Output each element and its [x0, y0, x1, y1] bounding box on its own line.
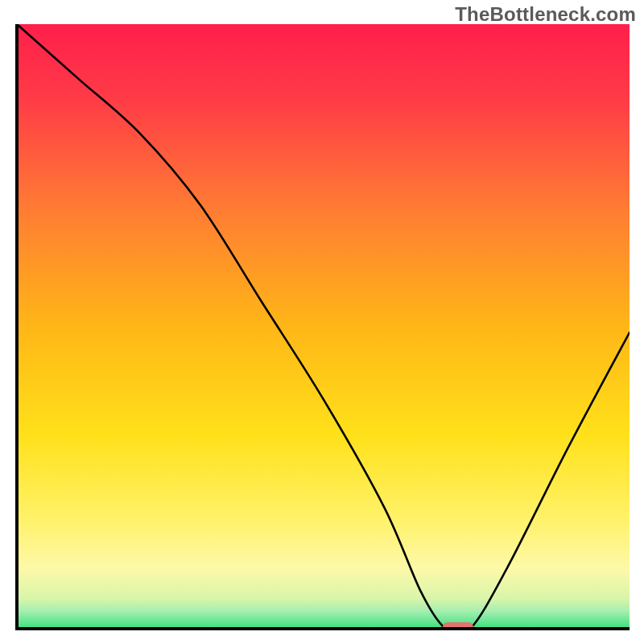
watermark-text: TheBottleneck.com — [455, 3, 636, 26]
gradient-background — [17, 24, 630, 629]
chart-container — [14, 24, 630, 631]
chart-svg — [14, 24, 630, 631]
